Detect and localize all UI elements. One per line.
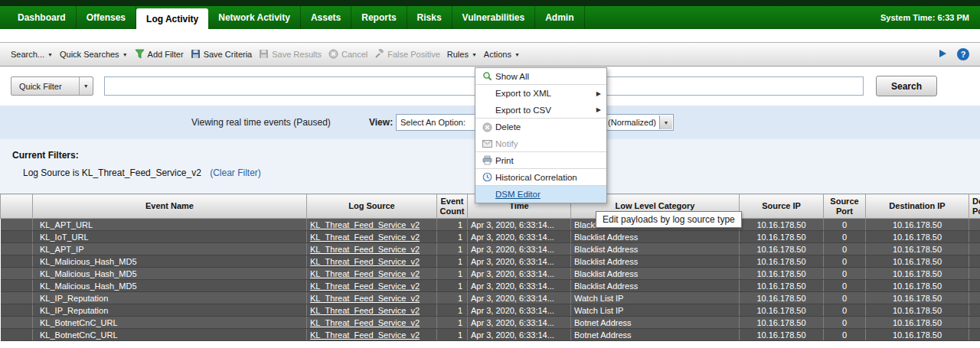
save-criteria-button[interactable]: Save Criteria [191, 49, 253, 60]
log-source-link-cell[interactable]: KL_Threat_Feed_Service_v2 [307, 304, 437, 317]
column-header-destination-port[interactable]: Destination Port [969, 194, 980, 219]
destination-port-cell [969, 219, 980, 231]
column-header-selector[interactable] [1, 194, 33, 219]
nav-tab-assets[interactable]: Assets [301, 6, 351, 29]
toolbar-right-controls: ? [937, 48, 969, 60]
menu-item-label: Print [495, 156, 514, 165]
nav-tab-network-activity[interactable]: Network Activity [208, 6, 301, 29]
rules-menu-button[interactable]: Rules ▼ [447, 50, 477, 59]
menu-item-delete[interactable]: Delete [475, 119, 606, 135]
low-level-category-cell: Blacklist Address [571, 268, 740, 280]
event-name-cell: KL_APT_IP [33, 243, 307, 255]
log-source-link-cell[interactable]: KL_Threat_Feed_Service_v2 [307, 280, 437, 292]
table-row[interactable]: KL_IP_Reputation KL_Threat_Feed_Service_… [1, 292, 980, 304]
quick-searches-button[interactable]: Quick Searches ▼ [60, 50, 128, 59]
printer-icon [479, 155, 495, 165]
play-stream-icon[interactable] [937, 48, 948, 60]
quick-filter-dropdown[interactable]: Quick Filter ▼ [11, 76, 93, 96]
table-row[interactable]: KL_BotnetCnC_URL KL_Threat_Feed_Service_… [1, 329, 980, 341]
nav-tab-log-activity[interactable]: Log Activity [136, 8, 208, 29]
source-ip-cell: 10.16.178.50 [740, 317, 824, 329]
menu-item-historical-correlation[interactable]: Historical Correlation [475, 169, 606, 186]
quick-searches-label: Quick Searches [60, 50, 119, 59]
nav-tab-vulnerabilities[interactable]: Vulnerabilities [452, 6, 536, 29]
cancel-button[interactable]: Cancel [328, 49, 368, 60]
source-port-cell: 0 [824, 243, 866, 255]
event-table-wrap: Event Name Log Source Event Count Time L… [0, 194, 980, 341]
clear-filter-link[interactable]: (Clear Filter) [210, 167, 261, 178]
table-row[interactable]: KL_APT_URL KL_Threat_Feed_Service_v2 1 A… [1, 219, 980, 231]
menu-item-print[interactable]: Print [475, 152, 606, 169]
event-table-body: KL_APT_URL KL_Threat_Feed_Service_v2 1 A… [1, 219, 980, 341]
table-row[interactable]: KL_BotnetCnC_URL KL_Threat_Feed_Service_… [1, 317, 980, 329]
low-level-category-cell: Blacklist Address [571, 243, 740, 255]
false-positive-button[interactable]: False Positive [374, 49, 439, 60]
column-header-destination-ip[interactable]: Destination IP [866, 194, 969, 219]
column-header-event-name[interactable]: Event Name [33, 194, 307, 219]
row-selector-cell [1, 304, 33, 317]
actions-menu-button[interactable]: Actions ▼ [484, 50, 520, 59]
event-count-cell: 1 [437, 292, 468, 304]
event-count-cell: 1 [437, 268, 468, 280]
time-cell: Apr 3, 2020, 6:33:14... [468, 329, 571, 341]
low-level-category-cell: Botnet Address [571, 317, 740, 329]
help-icon[interactable]: ? [957, 48, 969, 60]
add-filter-button[interactable]: Add Filter [135, 49, 184, 60]
log-source-link-cell[interactable]: KL_Threat_Feed_Service_v2 [307, 292, 437, 304]
log-source-link-cell[interactable]: KL_Threat_Feed_Service_v2 [307, 317, 437, 329]
nav-tab-reports[interactable]: Reports [351, 6, 407, 29]
menu-item-notify[interactable]: Notify [475, 135, 606, 152]
log-source-link-cell[interactable]: KL_Threat_Feed_Service_v2 [307, 268, 437, 280]
notify-envelope-icon [479, 140, 495, 148]
source-port-cell: 0 [824, 304, 866, 317]
log-source-link-cell[interactable]: KL_Threat_Feed_Service_v2 [307, 231, 437, 243]
destination-ip-cell: 10.16.178.50 [866, 292, 969, 304]
menu-item-show-all[interactable]: Show All [475, 68, 606, 85]
save-results-button[interactable]: Save Results [259, 49, 322, 60]
source-ip-cell: 10.16.178.50 [740, 243, 824, 255]
destination-port-cell [969, 231, 980, 243]
row-selector-cell [1, 255, 33, 268]
window-top-strip [0, 0, 980, 6]
column-header-event-count[interactable]: Event Count [437, 194, 468, 219]
chevron-down-icon: ▼ [122, 52, 128, 57]
menu-item-export-csv[interactable]: Export to CSV ▶ [475, 102, 606, 119]
source-port-cell: 0 [824, 280, 866, 292]
column-header-source-port[interactable]: Source Port [824, 194, 866, 219]
search-button[interactable]: Search [876, 76, 937, 96]
log-source-link-cell[interactable]: KL_Threat_Feed_Service_v2 [307, 219, 437, 231]
event-count-cell: 1 [437, 280, 468, 292]
nav-tab-admin[interactable]: Admin [535, 6, 584, 29]
event-name-cell: KL_APT_URL [33, 219, 307, 231]
nav-tab-offenses[interactable]: Offenses [77, 6, 136, 29]
table-row[interactable]: KL_Malicious_Hash_MD5 KL_Threat_Feed_Ser… [1, 255, 980, 268]
event-table: Event Name Log Source Event Count Time L… [0, 194, 980, 341]
view-label: View: [369, 117, 393, 128]
column-header-source-ip[interactable]: Source IP [740, 194, 824, 219]
cancel-label: Cancel [341, 50, 368, 59]
event-name-cell: KL_IP_Reputation [33, 304, 307, 317]
destination-ip-cell: 10.16.178.50 [866, 317, 969, 329]
destination-port-cell [969, 292, 980, 304]
log-source-link-cell[interactable]: KL_Threat_Feed_Service_v2 [307, 255, 437, 268]
nav-tab-risks[interactable]: Risks [407, 6, 452, 29]
source-ip-cell: 10.16.178.50 [740, 292, 824, 304]
time-cell: Apr 3, 2020, 6:33:14... [468, 268, 571, 280]
event-name-cell: KL_Malicious_Hash_MD5 [33, 255, 307, 268]
menu-item-export-xml[interactable]: Export to XML ▶ [475, 85, 606, 102]
log-source-link-cell[interactable]: KL_Threat_Feed_Service_v2 [307, 329, 437, 341]
save-disk-icon [191, 49, 201, 60]
table-row[interactable]: KL_APT_IP KL_Threat_Feed_Service_v2 1 Ap… [1, 243, 980, 255]
table-row[interactable]: KL_Malicious_Hash_MD5 KL_Threat_Feed_Ser… [1, 280, 980, 292]
table-row[interactable]: KL_IoT_URL KL_Threat_Feed_Service_v2 1 A… [1, 231, 980, 243]
destination-ip-cell: 10.16.178.50 [866, 280, 969, 292]
nav-tab-dashboard[interactable]: Dashboard [8, 6, 77, 29]
chevron-down-icon: ▼ [659, 115, 672, 129]
source-port-cell: 0 [824, 231, 866, 243]
log-source-link-cell[interactable]: KL_Threat_Feed_Service_v2 [307, 243, 437, 255]
table-row[interactable]: KL_Malicious_Hash_MD5 KL_Threat_Feed_Ser… [1, 268, 980, 280]
search-menu-button[interactable]: Search... ▼ [11, 50, 53, 59]
menu-item-dsm-editor[interactable]: DSM Editor [475, 186, 606, 203]
column-header-log-source[interactable]: Log Source [307, 194, 437, 219]
table-row[interactable]: KL_IP_Reputation KL_Threat_Feed_Service_… [1, 304, 980, 317]
